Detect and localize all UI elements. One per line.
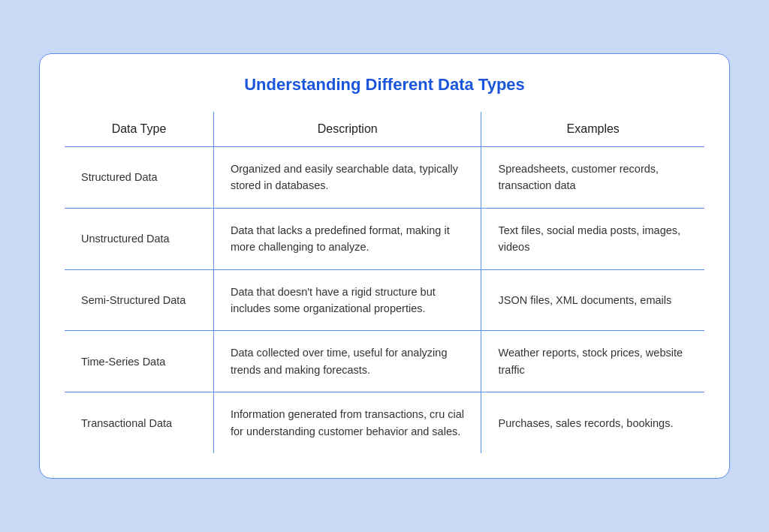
cell-examples: Purchases, sales records, bookings. bbox=[481, 392, 705, 454]
cell-examples: Spreadsheets, customer records, transact… bbox=[481, 146, 705, 208]
cell-description: Data that doesn't have a rigid structure… bbox=[213, 269, 481, 331]
cell-examples: Text files, social media posts, images, … bbox=[481, 208, 705, 269]
table-row: Semi-Structured DataData that doesn't ha… bbox=[65, 269, 705, 331]
cell-data-type: Structured Data bbox=[65, 146, 214, 208]
cell-description: Organized and easily searchable data, ty… bbox=[213, 146, 481, 208]
cell-description: Data that lacks a predefined format, mak… bbox=[213, 208, 481, 269]
cell-data-type: Transactional Data bbox=[65, 392, 214, 454]
cell-data-type: Semi-Structured Data bbox=[65, 269, 214, 331]
table-row: Transactional DataInformation generated … bbox=[65, 392, 705, 454]
col-header-examples: Examples bbox=[481, 111, 705, 146]
page-title: Understanding Different Data Types bbox=[64, 75, 705, 95]
table-header-row: Data Type Description Examples bbox=[65, 111, 705, 146]
table-row: Time-Series DataData collected over time… bbox=[65, 331, 705, 392]
cell-description: Data collected over time, useful for ana… bbox=[213, 331, 481, 392]
cell-data-type: Unstructured Data bbox=[65, 208, 214, 269]
col-header-data-type: Data Type bbox=[65, 111, 214, 146]
table-row: Structured DataOrganized and easily sear… bbox=[65, 146, 705, 208]
data-types-table: Data Type Description Examples Structure… bbox=[64, 111, 705, 455]
cell-examples: JSON files, XML documents, emails bbox=[481, 269, 705, 331]
cell-examples: Weather reports, stock prices, website t… bbox=[481, 331, 705, 392]
table-row: Unstructured DataData that lacks a prede… bbox=[65, 208, 705, 269]
col-header-description: Description bbox=[213, 111, 481, 146]
main-container: Understanding Different Data Types Data … bbox=[39, 53, 730, 479]
cell-data-type: Time-Series Data bbox=[65, 331, 214, 392]
cell-description: Information generated from transactions,… bbox=[213, 392, 481, 454]
